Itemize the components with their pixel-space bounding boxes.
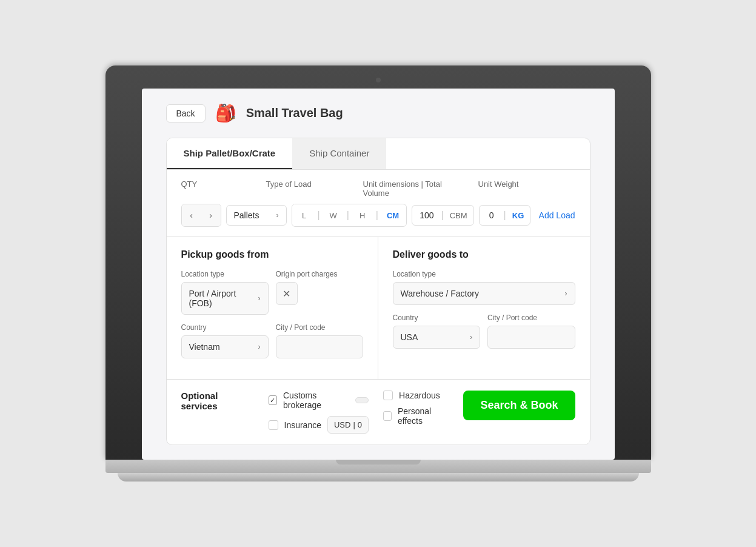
hazardous-row: Hazardous [383, 391, 449, 400]
weight-unit-btn[interactable]: KG [506, 206, 530, 225]
type-value: Pallets [234, 210, 259, 220]
tabs: Ship Pallet/Box/Crate Ship Container [167, 138, 590, 170]
optional-section: Optional services ✓ Customs brokerage In… [167, 380, 590, 445]
delivery-country-row: Country USA › City / Port code [393, 314, 575, 349]
pickup-location-select[interactable]: Port / Airport (FOB) › [181, 282, 269, 315]
pickup-country-label: Country [181, 323, 269, 332]
services-left: ✓ Customs brokerage Insurance USD | [269, 391, 369, 434]
qty-decrement[interactable]: ‹ [182, 204, 201, 226]
insurance-checkbox[interactable] [269, 420, 278, 430]
pickup-country-chevron: › [258, 343, 261, 351]
qty-control: ‹ › [181, 204, 221, 227]
delivery-location-value: Warehouse / Factory [401, 289, 479, 298]
dim-sep-2: | [346, 210, 350, 221]
insurance-row: Insurance USD | 0 [269, 416, 369, 434]
weight-group: 0 | KG [479, 205, 531, 226]
personal-effects-checkbox[interactable] [383, 411, 392, 421]
laptop-base [118, 473, 639, 482]
customs-checkbox[interactable]: ✓ [269, 395, 278, 405]
laptop-bottom [105, 460, 651, 473]
dim-sep-3: | [375, 210, 380, 221]
dim-unit-btn[interactable]: CM [380, 206, 406, 225]
load-section: QTY Type of Load Unit dimensions | Total… [167, 170, 590, 237]
vol-group: 100 | CBM [412, 205, 473, 226]
optional-label: Optional services [181, 391, 254, 411]
laptop-camera [376, 78, 381, 82]
dim-w-input[interactable] [321, 204, 346, 226]
laptop-notch [336, 460, 421, 465]
dims-group: | | | CM [292, 204, 407, 227]
search-book-button[interactable]: Search & Book [463, 391, 575, 420]
pickup-city-input[interactable] [276, 335, 363, 358]
origin-port-clear[interactable]: ✕ [276, 282, 298, 305]
pickup-country-value: Vietnam [189, 342, 220, 352]
load-row: ‹ › Pallets › | [181, 204, 575, 227]
back-button[interactable]: Back [166, 104, 206, 122]
type-header: Type of Load [266, 180, 339, 198]
dims-header: Unit dimensions | Total Volume [363, 180, 454, 198]
type-chevron: › [276, 211, 279, 220]
pickup-location-row: Location type Port / Airport (FOB) › Ori… [181, 270, 363, 315]
customs-row: ✓ Customs brokerage [269, 391, 369, 410]
pickup-col: Pickup goods from Location type Port / A… [167, 237, 378, 379]
main-card: Ship Pallet/Box/Crate Ship Container QTY… [166, 138, 590, 445]
insurance-input[interactable]: USD | 0 [327, 416, 369, 434]
weight-value: 0 [480, 206, 504, 225]
insurance-label: Insurance [284, 420, 321, 430]
delivery-country-select[interactable]: USA › [393, 326, 481, 349]
weight-header: Unit Weight [478, 180, 575, 198]
delivery-location-select[interactable]: Warehouse / Factory › [393, 282, 575, 305]
vol-value: 100 [412, 206, 441, 225]
vol-unit: CBM [444, 206, 473, 225]
dim-l-input[interactable] [292, 204, 316, 226]
delivery-title: Deliver goods to [393, 249, 575, 260]
personal-effects-label: Personal effects [398, 406, 449, 426]
pickup-title: Pickup goods from [181, 249, 363, 260]
delivery-location-chevron: › [565, 289, 567, 298]
insurance-currency: USD [334, 420, 350, 429]
product-title: Small Travel Bag [246, 106, 343, 120]
qty-header: QTY [181, 180, 242, 198]
pickup-country-row: Country Vietnam › City / Port code [181, 323, 363, 358]
header: Back 🎒 Small Travel Bag [166, 103, 590, 123]
insurance-value: 0 [358, 420, 362, 429]
origin-port-label: Origin port charges [276, 270, 363, 278]
laptop-screen: Back 🎒 Small Travel Bag Ship Pallet/Box/… [142, 89, 615, 460]
pickup-delivery: Pickup goods from Location type Port / A… [167, 237, 590, 380]
qty-increment[interactable]: › [201, 204, 221, 226]
pickup-city-label: City / Port code [276, 323, 363, 332]
delivery-location-label: Location type [393, 270, 575, 278]
insurance-sep: | [353, 420, 355, 429]
pickup-location-label: Location type [181, 270, 269, 278]
pickup-location-value: Port / Airport (FOB) [189, 289, 258, 308]
pickup-location-chevron: › [258, 294, 261, 303]
pickup-country-select[interactable]: Vietnam › [181, 335, 269, 358]
add-load-button[interactable]: Add Load [539, 210, 575, 220]
delivery-city-input[interactable] [487, 326, 575, 349]
hazardous-checkbox[interactable] [383, 391, 393, 400]
type-select[interactable]: Pallets › [226, 205, 287, 226]
dim-h-input[interactable] [350, 204, 375, 226]
delivery-col: Deliver goods to Location type Warehouse… [378, 237, 590, 379]
product-icon: 🎒 [215, 103, 236, 123]
dim-sep-1: | [316, 210, 321, 221]
tab-pallet[interactable]: Ship Pallet/Box/Crate [167, 138, 293, 169]
delivery-country-chevron: › [470, 333, 472, 341]
hazardous-label: Hazardous [399, 391, 440, 400]
delivery-country-value: USA [401, 332, 418, 342]
tab-container[interactable]: Ship Container [292, 138, 386, 169]
customs-label: Customs brokerage [283, 391, 349, 410]
delivery-location-row: Location type Warehouse / Factory › [393, 270, 575, 305]
load-header: QTY Type of Load Unit dimensions | Total… [181, 180, 575, 198]
delivery-city-label: City / Port code [487, 314, 575, 322]
personal-effects-row: Personal effects [383, 406, 449, 426]
delivery-country-label: Country [393, 314, 481, 322]
services-right: Hazardous Personal effects [383, 391, 449, 426]
customs-badge [355, 397, 369, 403]
